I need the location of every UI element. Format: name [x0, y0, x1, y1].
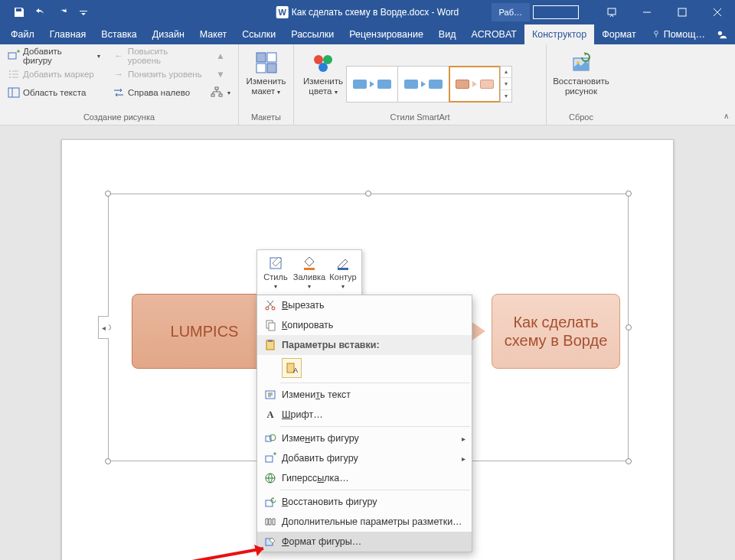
svg-rect-29: [304, 268, 315, 270]
close-button[interactable]: [700, 0, 735, 24]
svg-rect-16: [215, 87, 218, 90]
ctx-paste-header: Параметры вставки:: [257, 335, 472, 355]
rtl-button[interactable]: Справа налево: [111, 84, 204, 101]
fill-icon: [302, 256, 317, 271]
demote-icon: →: [113, 68, 125, 80]
svg-point-23: [314, 55, 323, 64]
hyperlink-icon: [262, 472, 279, 484]
move-up-button: ▲: [213, 47, 228, 64]
tab-layout[interactable]: Макет: [192, 24, 234, 44]
svg-rect-7: [8, 53, 16, 59]
ctx-add-shape[interactable]: Добавить фигуру▸: [257, 448, 472, 468]
group-label-reset: Сброс: [553, 112, 609, 123]
svg-rect-40: [266, 436, 271, 441]
outline-icon: [335, 256, 351, 271]
save-button[interactable]: [9, 2, 29, 22]
svg-rect-0: [608, 8, 616, 15]
group-label-styles: Стили SmartArt: [300, 112, 540, 123]
cut-icon: [262, 299, 279, 311]
undo-button[interactable]: [31, 2, 51, 22]
reset-graphic-button[interactable]: Восстановитьрисунок: [553, 47, 609, 112]
svg-rect-14: [8, 88, 19, 97]
gallery-scroll[interactable]: ▴▾▾: [500, 66, 512, 103]
resize-handle[interactable]: [105, 458, 111, 464]
share-button[interactable]: [717, 24, 735, 44]
change-layout-button[interactable]: Изменитьмакет ▾: [245, 47, 287, 112]
ribbon-options-button[interactable]: [594, 0, 629, 24]
context-menu: Вырезать Копировать Параметры вставки: A…: [256, 295, 472, 552]
change-colors-button[interactable]: Изменитьцвета ▾: [300, 47, 346, 112]
svg-rect-42: [266, 456, 273, 462]
ctx-paste-options: A: [257, 355, 472, 381]
resize-handle[interactable]: [626, 458, 632, 464]
tab-view[interactable]: Вид: [431, 24, 464, 44]
reset-shape-icon: [262, 496, 279, 508]
ctx-font[interactable]: A Шрифт…: [257, 405, 472, 425]
style-thumb-1[interactable]: [346, 66, 398, 103]
smartart-shape-1[interactable]: LUMPICS: [132, 294, 277, 369]
svg-line-46: [137, 549, 263, 560]
ctx-change-shape[interactable]: Изменить фигуру▸: [257, 428, 472, 448]
svg-rect-2: [678, 8, 686, 16]
ctx-reset-shape[interactable]: Восстановить фигуру: [257, 492, 472, 512]
tab-home[interactable]: Главная: [42, 24, 94, 44]
svg-point-31: [266, 307, 269, 310]
tab-acrobat[interactable]: ACROBAT: [463, 24, 524, 44]
ctx-hyperlink[interactable]: Гиперссылка…: [257, 468, 472, 488]
ctx-cut-rest: ырезать: [288, 300, 324, 311]
reset-icon: [569, 50, 593, 75]
smartart-styles-gallery[interactable]: ▴▾▾: [346, 47, 512, 112]
mini-outline-button[interactable]: Контур▾: [326, 253, 360, 291]
svg-rect-20: [267, 53, 276, 62]
rtl-icon: [113, 86, 125, 99]
ctx-copy[interactable]: Копировать: [257, 315, 472, 335]
loading-tab[interactable]: Раб…: [492, 3, 530, 21]
style-thumb-2[interactable]: [397, 66, 449, 103]
svg-point-41: [270, 435, 276, 441]
ribbon: Добавить фигуру▾ Добавить маркер Область…: [0, 44, 735, 125]
smartart-shape-3[interactable]: Как сделатьсхему в Ворде: [492, 294, 620, 369]
resize-handle[interactable]: [626, 324, 632, 330]
tell-me[interactable]: Помощ…: [644, 24, 713, 44]
tab-file[interactable]: Файл: [3, 24, 42, 44]
tab-references[interactable]: Ссылки: [234, 24, 283, 44]
tab-mailings[interactable]: Рассылки: [283, 24, 341, 44]
svg-rect-30: [338, 268, 348, 270]
tab-smartart-design[interactable]: Конструктор: [524, 24, 594, 44]
svg-point-12: [9, 77, 11, 78]
ctx-more-layout[interactable]: Дополнительные параметры разметки…: [257, 512, 472, 532]
resize-handle[interactable]: [626, 190, 632, 197]
collapse-ribbon-button[interactable]: ∧: [724, 112, 729, 120]
text-pane-toggle[interactable]: ◂: [98, 316, 109, 339]
minimize-button[interactable]: [629, 0, 665, 24]
org-icon: [211, 86, 223, 99]
tab-insert[interactable]: Вставка: [93, 24, 144, 44]
tab-format[interactable]: Формат: [594, 24, 643, 44]
paste-option-keep-text[interactable]: A: [282, 358, 302, 378]
qat-customize-button[interactable]: [74, 2, 93, 22]
account-placeholder[interactable]: [533, 5, 579, 19]
mini-style-button[interactable]: Стиль▾: [259, 253, 292, 291]
svg-rect-22: [267, 63, 276, 73]
edit-text-icon: [262, 389, 279, 401]
tab-review[interactable]: Рецензирование: [341, 24, 431, 44]
org-layout-button[interactable]: ▾: [209, 84, 232, 101]
redo-button[interactable]: [52, 2, 72, 22]
svg-rect-21: [256, 63, 266, 73]
add-shape-icon: [8, 50, 20, 62]
text-pane-button[interactable]: Область текста: [6, 84, 102, 101]
style-thumb-3-selected[interactable]: [449, 66, 501, 103]
resize-handle[interactable]: [365, 190, 371, 197]
font-icon: A: [262, 409, 279, 421]
ctx-cut[interactable]: Вырезать: [257, 295, 472, 315]
colors-icon: [311, 50, 335, 75]
mini-fill-button[interactable]: Заливка▾: [292, 253, 326, 291]
svg-point-32: [272, 307, 275, 310]
tab-design[interactable]: Дизайн: [145, 24, 192, 44]
maximize-button[interactable]: [665, 0, 700, 24]
ctx-edit-text[interactable]: Изменить текст: [257, 385, 472, 405]
add-shape-button[interactable]: Добавить фигуру▾: [6, 47, 102, 64]
ctx-format-shape[interactable]: Формат фигуры…: [257, 532, 472, 552]
resize-handle[interactable]: [105, 190, 111, 197]
page[interactable]: ◂ LUMPICS Как сделатьсхему в Ворде Стиль…: [61, 139, 674, 560]
